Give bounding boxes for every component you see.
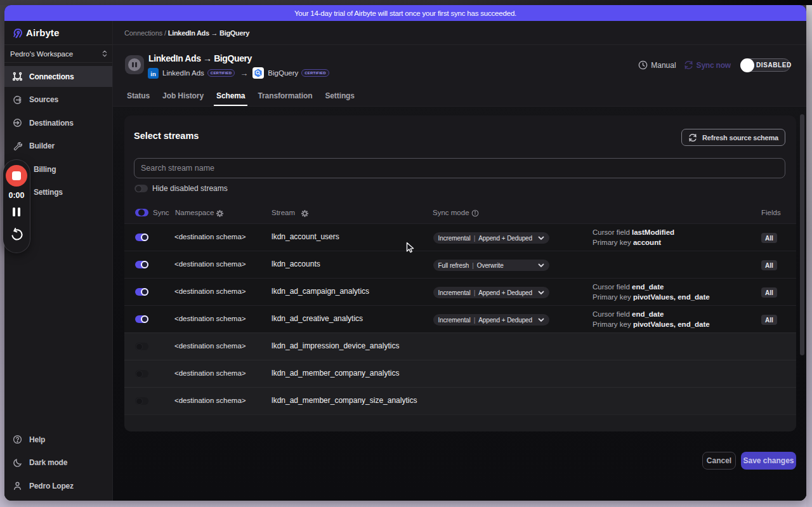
svg-text:in: in: [150, 70, 156, 77]
